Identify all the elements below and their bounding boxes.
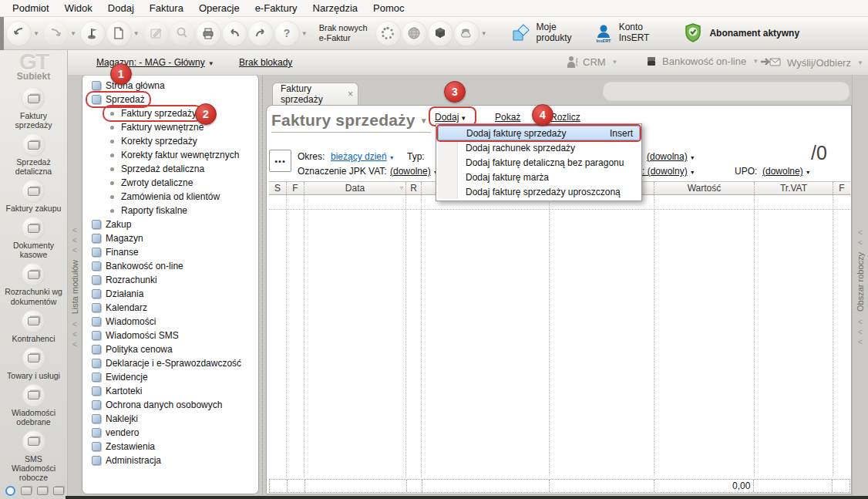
back-dropdown-caret[interactable]: ▼: [33, 30, 39, 37]
tree-item[interactable]: Faktury wewnętrzne: [104, 120, 208, 134]
menu-item[interactable]: Dodaj fakturę sprzedaży uproszczoną: [438, 185, 640, 200]
filter-options-button[interactable]: •••: [269, 150, 291, 172]
menu-bar-item[interactable]: Dodaj: [100, 0, 142, 16]
jpk-filter[interactable]: (dowolne)▼: [390, 166, 439, 177]
tree-item[interactable]: Ewidencje: [87, 370, 153, 384]
cloud-dropdown-caret[interactable]: ▼: [481, 30, 487, 37]
cube-icon[interactable]: [428, 21, 453, 46]
tree-item[interactable]: Deklaracje i e-Sprawozdawczość: [87, 356, 246, 370]
menu-bar-item[interactable]: Faktura: [142, 0, 191, 16]
dowolny-filter[interactable]: : (dowolny)▼: [642, 166, 695, 177]
sidebar-module[interactable]: Faktury sprzedaży: [15, 87, 52, 130]
dodaj-menu-button[interactable]: Dodaj▼: [435, 112, 466, 123]
sidebar-module[interactable]: Rozrachunki wg dokumentów: [5, 263, 62, 305]
redo-icon[interactable]: [248, 21, 274, 46]
tree-item[interactable]: Magazyn: [87, 231, 148, 245]
wyslij-odbierz-button[interactable]: Wyślij/Odbierz▼: [759, 56, 863, 69]
tree-item[interactable]: Polityka cenowa: [87, 342, 177, 356]
tree-item[interactable]: Wiadomości SMS: [87, 329, 183, 342]
view-toggle-list-icon[interactable]: [53, 487, 64, 495]
upo-filter[interactable]: (dowolne)▼: [762, 166, 811, 177]
tree-item[interactable]: Zamówienia od klientów: [104, 190, 224, 204]
tree-item[interactable]: Kartoteki: [87, 384, 146, 398]
column-header-wartosc[interactable]: Wartość: [654, 182, 755, 194]
sidebar-module[interactable]: Towary i usługi: [7, 347, 60, 380]
sidebar-module[interactable]: Sprzedaż detaliczna: [15, 133, 52, 176]
tree-item[interactable]: vendero: [87, 426, 143, 440]
view-toggle-large-icon[interactable]: [21, 487, 32, 495]
menu-bar-item[interactable]: Podmiot: [5, 0, 57, 16]
module-list-collapse-strip[interactable]: < < < Lista modułów < < <: [68, 76, 82, 499]
tree-item[interactable]: Zakup: [87, 217, 136, 231]
menu-item[interactable]: Dodaj fakturę sprzedaży Insert: [438, 126, 640, 140]
menu-bar-item[interactable]: Pomoc: [365, 0, 412, 16]
column-header-f2[interactable]: F: [833, 182, 850, 194]
menu-bar-item[interactable]: Operacje: [191, 0, 247, 16]
tree-item[interactable]: Sprzedaż: [87, 93, 150, 106]
dowolna-filter[interactable]: (dowolna)▼: [647, 151, 695, 162]
tree-item[interactable]: Zestawienia: [87, 440, 160, 453]
globe-icon[interactable]: [402, 21, 427, 46]
tree-item[interactable]: Faktury sprzedaży: [104, 106, 201, 120]
menu-bar-item[interactable]: e-Faktury: [247, 0, 305, 16]
tree-item[interactable]: Sprzedaż detaliczna: [104, 162, 209, 176]
tree-item[interactable]: Korekty faktur wewnętrznych: [104, 148, 244, 162]
column-header-f[interactable]: F: [287, 182, 304, 194]
column-header-s[interactable]: S: [269, 182, 287, 194]
tree-item[interactable]: Bankowość on-line: [87, 259, 188, 273]
menu-bar-item[interactable]: Narzędzia: [305, 0, 366, 16]
tree-item[interactable]: Rozrachunki: [87, 273, 162, 287]
menu-item[interactable]: Dodaj fakturę marża: [438, 170, 640, 185]
moje-produkty-button[interactable]: Moje produkty: [511, 22, 572, 44]
blokada-link[interactable]: Brak blokady: [239, 57, 292, 68]
help-dropdown-caret[interactable]: ▼: [301, 30, 308, 37]
konto-insert-button[interactable]: InsERT Konto InsERT: [594, 22, 650, 44]
okres-value[interactable]: bieżący dzień▼: [331, 151, 395, 162]
column-header-data[interactable]: Data▿: [304, 182, 406, 194]
bankowosc-button[interactable]: Bankowość on-line▼: [646, 56, 759, 67]
new-document-dropdown-caret[interactable]: ▼: [133, 30, 140, 37]
tree-item[interactable]: Finanse: [87, 245, 143, 259]
pokaz-menu-button[interactable]: Pokaż: [495, 112, 520, 123]
view-toggle-selected-icon[interactable]: [5, 486, 15, 496]
page-title-caret-icon[interactable]: ▼: [420, 116, 428, 125]
forward-icon[interactable]: [43, 21, 69, 46]
column-header-r[interactable]: R: [406, 182, 422, 194]
abonament-status[interactable]: Abonament aktywny: [683, 22, 799, 44]
tree-item[interactable]: Strona główna: [87, 79, 170, 93]
search-icon[interactable]: [170, 21, 195, 46]
view-toggle-small-icon[interactable]: [37, 487, 48, 495]
rozlicz-menu-button[interactable]: Rozlicz: [550, 112, 580, 123]
sidebar-module[interactable]: Dokumenty kasowe: [13, 217, 54, 259]
column-header-trvat[interactable]: Tr.VAT: [755, 182, 833, 194]
tree-item[interactable]: Korekty sprzedaży: [104, 134, 202, 148]
tab-faktury-sprzedazy[interactable]: Faktury sprzedaży ×: [272, 83, 358, 105]
tab-close-icon[interactable]: ×: [348, 90, 353, 98]
sidebar-module[interactable]: Kontrahenci: [12, 310, 55, 343]
sync-icon[interactable]: [375, 21, 401, 46]
undo-icon[interactable]: [222, 21, 247, 46]
menu-item[interactable]: Dodaj rachunek sprzedaży: [438, 140, 640, 155]
sidebar-module[interactable]: Faktury zakupu: [6, 180, 62, 213]
tree-item[interactable]: Naklejki: [87, 412, 143, 426]
edit-icon[interactable]: [143, 21, 169, 46]
sidebar-module[interactable]: Wiadomości odebrane: [12, 384, 56, 427]
new-document-icon[interactable]: [106, 21, 132, 46]
tree-item[interactable]: Raporty fiskalne: [104, 204, 192, 217]
sidebar-module[interactable]: SMS Wiadomości robocze: [12, 430, 56, 482]
tree-item[interactable]: Wiadomości: [87, 315, 160, 329]
crm-button[interactable]: CRM▼: [567, 56, 618, 69]
forward-dropdown-caret[interactable]: ▼: [70, 30, 76, 37]
menu-item[interactable]: Dodaj fakturę detaliczną bez paragonu: [438, 155, 640, 170]
tree-item[interactable]: Zwroty detaliczne: [104, 176, 197, 190]
tree-item[interactable]: Działania: [87, 287, 148, 301]
help-icon[interactable]: ?: [274, 21, 300, 46]
workspace-collapse-strip[interactable]: < < Obszar roboczy < < <: [852, 76, 868, 499]
table-body[interactable]: [269, 195, 850, 477]
print-icon[interactable]: [196, 21, 221, 46]
flag-icon[interactable]: [80, 21, 106, 46]
tree-item[interactable]: Administracja: [87, 453, 166, 467]
tree-item[interactable]: Kalendarz: [87, 301, 152, 315]
menu-bar-item[interactable]: Widok: [57, 0, 100, 16]
tree-item[interactable]: Ochrona danych osobowych: [87, 398, 227, 412]
